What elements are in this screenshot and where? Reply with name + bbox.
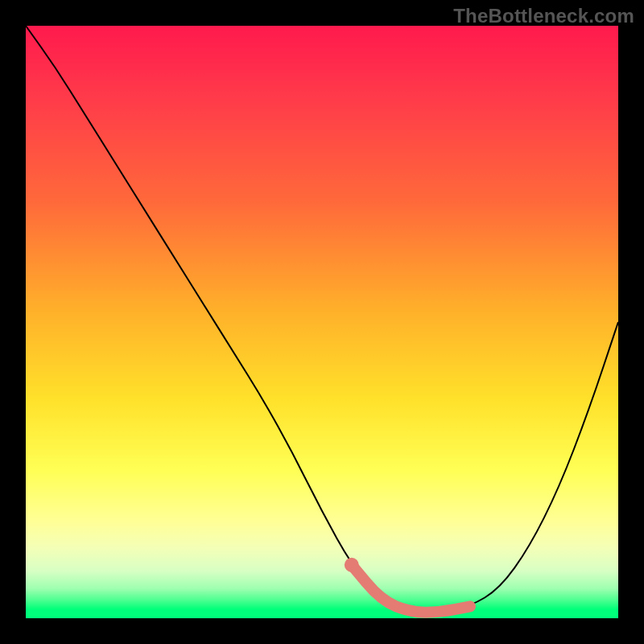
chart-svg xyxy=(26,26,618,618)
highlight-segment xyxy=(352,565,470,613)
watermark-label: TheBottleneck.com xyxy=(453,5,634,27)
highlight-dot xyxy=(345,558,359,572)
plot-area xyxy=(26,26,618,618)
curve-line xyxy=(26,26,618,613)
chart-container: TheBottleneck.com xyxy=(0,0,644,644)
